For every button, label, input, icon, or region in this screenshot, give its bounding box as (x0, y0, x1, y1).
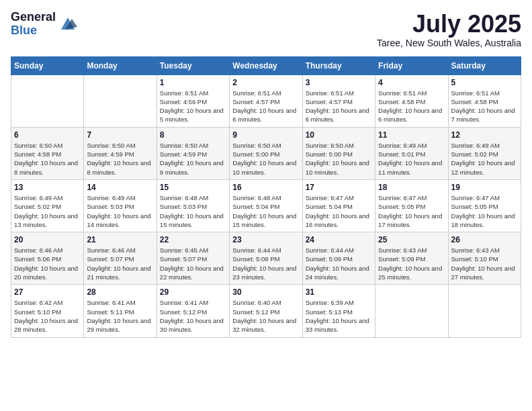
day-number: 11 (378, 130, 445, 140)
day-number: 26 (451, 235, 518, 244)
day-info: Sunrise: 6:46 AMSunset: 5:06 PMDaylight:… (14, 246, 81, 281)
day-number: 4 (378, 78, 445, 87)
day-info: Sunrise: 6:48 AMSunset: 5:04 PMDaylight:… (232, 193, 299, 229)
day-number: 27 (14, 287, 81, 297)
day-cell: 2Sunrise: 6:51 AMSunset: 4:57 PMDaylight… (230, 75, 302, 127)
day-cell: 10Sunrise: 6:50 AMSunset: 5:00 PMDayligh… (302, 127, 375, 179)
day-info: Sunrise: 6:48 AMSunset: 5:03 PMDaylight:… (160, 193, 226, 229)
day-cell (375, 285, 448, 337)
day-number: 6 (14, 130, 81, 140)
day-number: 24 (306, 235, 372, 244)
day-cell (448, 285, 521, 337)
day-number: 16 (232, 183, 299, 192)
day-cell: 6Sunrise: 6:50 AMSunset: 4:58 PMDaylight… (11, 127, 84, 179)
day-info: Sunrise: 6:49 AMSunset: 5:02 PMDaylight:… (451, 141, 518, 177)
logo-blue: Blue (11, 24, 56, 38)
week-row-5: 27Sunrise: 6:42 AMSunset: 5:10 PMDayligh… (11, 285, 521, 337)
day-cell (11, 75, 84, 127)
header-thursday: Thursday (302, 56, 375, 75)
header-friday: Friday (375, 56, 448, 75)
day-number: 19 (451, 183, 518, 192)
day-number: 10 (306, 130, 372, 140)
day-info: Sunrise: 6:49 AMSunset: 5:03 PMDaylight:… (87, 193, 153, 229)
day-cell: 22Sunrise: 6:45 AMSunset: 5:07 PMDayligh… (157, 232, 229, 285)
day-info: Sunrise: 6:50 AMSunset: 4:59 PMDaylight:… (160, 141, 226, 177)
header-sunday: Sunday (11, 56, 84, 75)
day-cell: 17Sunrise: 6:47 AMSunset: 5:04 PMDayligh… (302, 179, 375, 232)
day-cell: 13Sunrise: 6:49 AMSunset: 5:02 PMDayligh… (11, 179, 84, 232)
day-cell: 23Sunrise: 6:44 AMSunset: 5:08 PMDayligh… (230, 232, 302, 285)
day-cell: 24Sunrise: 6:44 AMSunset: 5:09 PMDayligh… (302, 232, 375, 285)
day-info: Sunrise: 6:44 AMSunset: 5:08 PMDaylight:… (232, 246, 299, 281)
logo-icon (58, 13, 77, 32)
day-number: 29 (160, 287, 226, 297)
day-info: Sunrise: 6:40 AMSunset: 5:12 PMDaylight:… (232, 298, 299, 334)
header-wednesday: Wednesday (230, 56, 302, 75)
day-cell: 8Sunrise: 6:50 AMSunset: 4:59 PMDaylight… (157, 127, 229, 179)
day-number: 14 (87, 183, 153, 192)
day-cell: 1Sunrise: 6:51 AMSunset: 4:56 PMDaylight… (157, 75, 229, 127)
day-info: Sunrise: 6:46 AMSunset: 5:07 PMDaylight:… (87, 246, 153, 281)
day-info: Sunrise: 6:49 AMSunset: 5:02 PMDaylight:… (14, 193, 81, 229)
day-number: 15 (160, 183, 226, 192)
day-cell: 11Sunrise: 6:49 AMSunset: 5:01 PMDayligh… (375, 127, 448, 179)
day-info: Sunrise: 6:41 AMSunset: 5:11 PMDaylight:… (87, 298, 153, 334)
logo-text: General Blue (11, 11, 56, 38)
day-info: Sunrise: 6:44 AMSunset: 5:09 PMDaylight:… (306, 246, 372, 281)
day-number: 8 (160, 130, 226, 140)
day-number: 3 (306, 78, 372, 87)
day-cell: 20Sunrise: 6:46 AMSunset: 5:06 PMDayligh… (11, 232, 84, 285)
day-info: Sunrise: 6:50 AMSunset: 5:00 PMDaylight:… (306, 141, 372, 177)
day-cell: 4Sunrise: 6:51 AMSunset: 4:58 PMDaylight… (375, 75, 448, 127)
day-number: 28 (87, 287, 153, 297)
day-number: 1 (160, 78, 226, 87)
day-number: 13 (14, 183, 81, 192)
day-cell: 31Sunrise: 6:39 AMSunset: 5:13 PMDayligh… (302, 285, 375, 337)
day-info: Sunrise: 6:43 AMSunset: 5:09 PMDaylight:… (378, 246, 445, 281)
day-info: Sunrise: 6:47 AMSunset: 5:04 PMDaylight:… (306, 193, 372, 229)
day-info: Sunrise: 6:39 AMSunset: 5:13 PMDaylight:… (306, 298, 372, 334)
day-info: Sunrise: 6:41 AMSunset: 5:12 PMDaylight:… (160, 298, 226, 334)
header-saturday: Saturday (448, 56, 521, 75)
day-cell: 14Sunrise: 6:49 AMSunset: 5:03 PMDayligh… (84, 179, 157, 232)
day-number: 20 (14, 235, 81, 244)
day-number: 17 (306, 183, 372, 192)
logo-general: General (11, 11, 56, 24)
day-info: Sunrise: 6:47 AMSunset: 5:05 PMDaylight:… (378, 193, 445, 229)
day-info: Sunrise: 6:47 AMSunset: 5:05 PMDaylight:… (451, 193, 518, 229)
logo: General Blue (11, 11, 77, 38)
day-info: Sunrise: 6:49 AMSunset: 5:01 PMDaylight:… (378, 141, 445, 177)
day-number: 30 (232, 287, 299, 297)
day-cell: 21Sunrise: 6:46 AMSunset: 5:07 PMDayligh… (84, 232, 157, 285)
day-info: Sunrise: 6:45 AMSunset: 5:07 PMDaylight:… (160, 246, 226, 281)
day-info: Sunrise: 6:51 AMSunset: 4:58 PMDaylight:… (378, 89, 445, 124)
day-info: Sunrise: 6:51 AMSunset: 4:57 PMDaylight:… (306, 89, 372, 124)
day-cell: 26Sunrise: 6:43 AMSunset: 5:10 PMDayligh… (448, 232, 521, 285)
page-header: General Blue July 2025 Taree, New South … (11, 11, 521, 48)
day-info: Sunrise: 6:50 AMSunset: 4:59 PMDaylight:… (87, 141, 153, 177)
week-row-4: 20Sunrise: 6:46 AMSunset: 5:06 PMDayligh… (11, 232, 521, 285)
location-subtitle: Taree, New South Wales, Australia (377, 38, 521, 48)
week-row-1: 1Sunrise: 6:51 AMSunset: 4:56 PMDaylight… (11, 75, 521, 127)
day-info: Sunrise: 6:51 AMSunset: 4:56 PMDaylight:… (160, 89, 226, 124)
day-info: Sunrise: 6:50 AMSunset: 4:58 PMDaylight:… (14, 141, 81, 177)
day-info: Sunrise: 6:51 AMSunset: 4:58 PMDaylight:… (451, 89, 518, 124)
day-number: 21 (87, 235, 153, 244)
day-number: 2 (232, 78, 299, 87)
day-cell: 12Sunrise: 6:49 AMSunset: 5:02 PMDayligh… (448, 127, 521, 179)
day-cell: 18Sunrise: 6:47 AMSunset: 5:05 PMDayligh… (375, 179, 448, 232)
week-row-2: 6Sunrise: 6:50 AMSunset: 4:58 PMDaylight… (11, 127, 521, 179)
day-cell: 25Sunrise: 6:43 AMSunset: 5:09 PMDayligh… (375, 232, 448, 285)
title-area: July 2025 Taree, New South Wales, Austra… (377, 11, 521, 48)
day-cell: 30Sunrise: 6:40 AMSunset: 5:12 PMDayligh… (230, 285, 302, 337)
day-number: 31 (306, 287, 372, 297)
day-info: Sunrise: 6:43 AMSunset: 5:10 PMDaylight:… (451, 246, 518, 281)
day-cell: 19Sunrise: 6:47 AMSunset: 5:05 PMDayligh… (448, 179, 521, 232)
day-info: Sunrise: 6:51 AMSunset: 4:57 PMDaylight:… (232, 89, 299, 124)
day-number: 7 (87, 130, 153, 140)
day-cell: 5Sunrise: 6:51 AMSunset: 4:58 PMDaylight… (448, 75, 521, 127)
day-cell: 29Sunrise: 6:41 AMSunset: 5:12 PMDayligh… (157, 285, 229, 337)
month-title: July 2025 (377, 11, 521, 38)
day-cell: 16Sunrise: 6:48 AMSunset: 5:04 PMDayligh… (230, 179, 302, 232)
day-number: 23 (232, 235, 299, 244)
